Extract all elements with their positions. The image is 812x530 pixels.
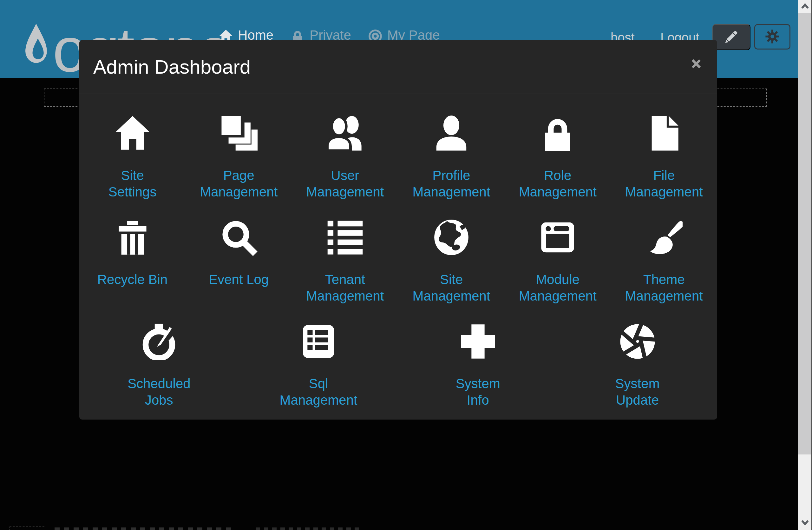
globe-icon	[433, 218, 470, 257]
admin-tile-system-info[interactable]: SystemInfo	[398, 322, 558, 409]
tile-label: SiteSettings	[108, 167, 157, 200]
tile-label: PageManagement	[200, 167, 277, 200]
cutoff-text-fragment	[256, 528, 360, 530]
home-icon	[114, 114, 151, 153]
admin-tile-page-management[interactable]: PageManagement	[186, 114, 292, 200]
cutoff-text-fragment	[55, 528, 232, 530]
admin-tile-event-log[interactable]: Event Log	[186, 218, 292, 304]
tile-label: ScheduledJobs	[128, 375, 191, 409]
tile-label: SystemInfo	[456, 375, 500, 409]
brand-drop-icon[interactable]	[23, 23, 49, 71]
screen: oqtane HomePrivateMy Page host Logout Ad…	[0, 0, 812, 530]
admin-tile-site-settings[interactable]: SiteSettings	[79, 114, 186, 200]
scrollbar-thumb[interactable]	[798, 13, 812, 455]
admin-tile-system-update[interactable]: SystemUpdate	[557, 322, 717, 409]
medical-cross-icon	[459, 322, 497, 361]
tile-label: UserManagement	[306, 167, 384, 200]
settings-button[interactable]	[754, 24, 791, 49]
tile-label: ProfileManagement	[412, 167, 490, 200]
tile-row: SiteSettingsPageManagementUserManagement…	[79, 114, 717, 200]
pencil-icon	[724, 30, 738, 45]
tile-label: RoleManagement	[519, 167, 597, 200]
spreadsheet-icon	[300, 322, 337, 361]
admin-tile-module-management[interactable]: ModuleManagement	[505, 218, 611, 304]
admin-tile-tenant-management[interactable]: TenantManagement	[292, 218, 398, 304]
cutoff-pane-fragment	[10, 527, 44, 530]
tile-label: ThemeManagement	[625, 271, 703, 304]
tile-label: SystemUpdate	[615, 375, 660, 409]
layers-icon	[220, 114, 258, 153]
tile-label: SiteManagement	[412, 271, 490, 304]
admin-tile-grid: SiteSettingsPageManagementUserManagement…	[79, 94, 717, 409]
tile-row: ScheduledJobsSqlManagementSystemInfoSyst…	[79, 322, 717, 409]
list-icon	[327, 218, 364, 257]
close-button[interactable]	[689, 57, 703, 71]
admin-tile-scheduled-jobs[interactable]: ScheduledJobs	[79, 322, 239, 409]
tile-label: FileManagement	[625, 167, 703, 200]
admin-tile-sql-management[interactable]: SqlManagement	[239, 322, 398, 409]
admin-dashboard-modal: Admin Dashboard SiteSettingsPageManageme…	[79, 40, 717, 419]
chevron-up-icon	[800, 2, 810, 11]
admin-tile-recycle-bin[interactable]: Recycle Bin	[79, 218, 186, 304]
tile-label: TenantManagement	[306, 271, 384, 304]
modal-title: Admin Dashboard	[93, 56, 250, 78]
lock-icon	[539, 114, 576, 153]
admin-tile-theme-management[interactable]: ThemeManagement	[611, 218, 717, 304]
admin-tile-profile-management[interactable]: ProfileManagement	[398, 114, 504, 200]
admin-tile-site-management[interactable]: SiteManagement	[398, 218, 504, 304]
admin-tile-user-management[interactable]: UserManagement	[292, 114, 398, 200]
tile-row: Recycle BinEvent LogTenantManagementSite…	[79, 218, 717, 304]
chevron-down-icon	[800, 519, 810, 528]
file-icon	[645, 114, 683, 153]
magnifier-icon	[220, 218, 258, 257]
scroll-down-button[interactable]	[798, 517, 812, 530]
aperture-icon	[619, 322, 656, 361]
people-icon	[327, 114, 364, 153]
scroll-up-button[interactable]	[798, 0, 812, 13]
gear-icon	[765, 29, 780, 45]
browser-icon	[539, 218, 576, 257]
admin-tile-file-management[interactable]: FileManagement	[611, 114, 717, 200]
tile-label: Recycle Bin	[97, 271, 168, 288]
tile-label: SqlManagement	[280, 375, 358, 409]
tile-label: Event Log	[209, 271, 269, 288]
brush-icon	[645, 218, 683, 257]
close-icon	[691, 58, 701, 70]
modal-header: Admin Dashboard	[79, 40, 717, 94]
edit-mode-button[interactable]	[712, 24, 751, 50]
person-icon	[433, 114, 470, 153]
vertical-scrollbar[interactable]	[798, 0, 812, 530]
timer-icon	[140, 322, 178, 361]
trash-icon	[114, 218, 151, 257]
tile-label: ModuleManagement	[519, 271, 597, 304]
admin-tile-role-management[interactable]: RoleManagement	[505, 114, 611, 200]
